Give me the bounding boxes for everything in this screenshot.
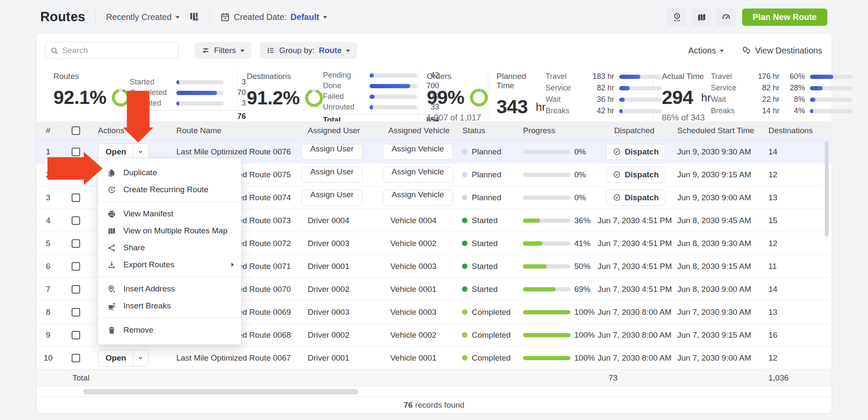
menu-item-view-manifest[interactable]: View Manifest xyxy=(98,205,241,222)
menu-item-view-on-multiple-routes-map[interactable]: View on Multiple Routes Map xyxy=(98,222,241,239)
assign-vehicle-button[interactable]: Assign Vehicle xyxy=(383,144,453,160)
progress-percent: 100% xyxy=(574,330,595,340)
progress-percent: 0% xyxy=(574,193,586,202)
vertical-scrollbar[interactable] xyxy=(825,141,829,237)
group-by-dropdown[interactable]: Group by: Route xyxy=(260,42,357,59)
menu-item-create-recurring-route[interactable]: Create Recurring Route xyxy=(98,181,241,198)
time-item-label: Travel xyxy=(545,72,579,81)
stat-list-planned: Travel183 hrService82 hrWait36 hrBreaks4… xyxy=(545,71,662,120)
dispatched-time: Jun 7, 2030 4:51 PM xyxy=(598,216,672,225)
open-route-button[interactable]: Open xyxy=(98,350,149,367)
row-checkbox[interactable] xyxy=(72,308,80,316)
menu-item-label: Insert Address xyxy=(123,284,175,294)
assigned-vehicle: Vehicle 0002 xyxy=(390,330,437,340)
horizontal-scrollbar[interactable] xyxy=(83,389,359,395)
search-box xyxy=(45,42,178,59)
menu-item-insert-breaks[interactable]: Insert Breaks xyxy=(98,297,241,314)
assign-user-button[interactable]: Assign User xyxy=(301,167,362,183)
card-toolbar: Filters Group by: Route Actions xyxy=(45,42,823,59)
destinations-item-label: Done xyxy=(323,81,365,90)
stat-title: Actual Time xyxy=(662,72,711,81)
assign-vehicle-button[interactable]: Assign Vehicle xyxy=(383,167,453,183)
view-destinations-button[interactable]: View Destinations xyxy=(742,46,822,56)
status-label: Started xyxy=(472,239,498,248)
search-input[interactable] xyxy=(62,46,173,55)
time-item-label: Travel xyxy=(711,72,744,81)
row-checkbox[interactable] xyxy=(72,354,80,362)
row-checkbox[interactable] xyxy=(72,216,80,225)
assigned-vehicle: Vehicle 0001 xyxy=(390,353,437,363)
time-item-percent: 8% xyxy=(785,95,805,104)
search-icon xyxy=(50,47,58,55)
menu-item-export-routes[interactable]: Export Routes xyxy=(98,256,241,273)
mini-bar-fill xyxy=(370,84,410,88)
mini-bar xyxy=(176,91,224,95)
destinations-count: 11 xyxy=(761,255,832,277)
calendar-icon xyxy=(220,12,230,22)
assign-vehicle-button[interactable]: Assign Vehicle xyxy=(383,190,453,206)
menu-item-duplicate[interactable]: Duplicate xyxy=(98,164,241,181)
status-label: Planned xyxy=(472,193,501,202)
row-checkbox[interactable] xyxy=(72,148,80,156)
open-route-label: Open xyxy=(98,144,133,160)
assign-user-button[interactable]: Assign User xyxy=(301,144,362,160)
group-by-value: Route xyxy=(319,46,342,55)
submenu-caret-icon xyxy=(231,263,234,267)
status-dot xyxy=(462,218,467,223)
row-checkbox[interactable] xyxy=(72,285,80,294)
actions-dropdown[interactable]: Actions xyxy=(688,46,724,56)
open-route-menu-button[interactable] xyxy=(133,144,148,160)
dispatch-button[interactable]: Dispatch xyxy=(606,167,665,183)
filters-label: Filters xyxy=(214,46,236,55)
dispatch-button[interactable]: Dispatch xyxy=(606,144,665,160)
time-item-value: 14 hr xyxy=(749,106,779,115)
row-checkbox[interactable] xyxy=(72,239,80,248)
dispatched-time: Jun 7, 2030 8:00 AM xyxy=(598,308,671,317)
row-checkbox[interactable] xyxy=(72,193,80,202)
destinations-count: 13 xyxy=(761,301,832,323)
status-dot xyxy=(462,263,467,269)
menu-item-insert-address[interactable]: Insert Address xyxy=(98,280,241,297)
scheduled-start-time: Jun 7, 2030 9:30 AM xyxy=(672,301,761,323)
row-index: 8 xyxy=(36,301,60,323)
menu-item-remove[interactable]: Remove xyxy=(98,322,241,339)
select-all-checkbox[interactable] xyxy=(72,126,80,135)
duplicate-icon xyxy=(107,168,116,177)
menu-item-label: Duplicate xyxy=(123,168,157,177)
dashboard-button[interactable] xyxy=(716,8,736,26)
open-route-menu-button[interactable] xyxy=(133,350,148,366)
filters-button[interactable]: Filters xyxy=(195,42,251,59)
map-view-button[interactable] xyxy=(692,8,712,26)
route-name: Last Mile Optimized Route 0067 xyxy=(166,347,297,369)
dispatch-button[interactable]: Dispatch xyxy=(606,190,665,206)
row-checkbox[interactable] xyxy=(72,262,80,271)
stat-title: Orders xyxy=(427,72,488,81)
progress-percent: 36% xyxy=(574,216,590,225)
sort-dropdown[interactable]: Recently Created xyxy=(106,12,180,22)
progress-bar xyxy=(523,356,570,360)
status-label: Planned xyxy=(472,170,501,179)
row-checkbox[interactable] xyxy=(72,331,80,339)
status-label: Started xyxy=(472,262,498,271)
created-date-filter[interactable]: Created Date: Default xyxy=(220,12,327,22)
assign-user-button[interactable]: Assign User xyxy=(301,190,362,206)
status-label: Started xyxy=(472,285,498,294)
total-destinations: 1,036 xyxy=(761,373,832,383)
assigned-user: Driver 0001 xyxy=(308,262,349,271)
dispatch-label: Dispatch xyxy=(625,170,659,179)
chevron-down-icon xyxy=(137,148,144,155)
dispatched-time: Jun 7, 2030 4:51 PM xyxy=(598,262,672,271)
columns-gear-icon xyxy=(188,11,199,23)
mini-bar-fill xyxy=(619,109,623,113)
status-label: Planned xyxy=(472,147,501,157)
time-item-label: Breaks xyxy=(545,106,579,115)
plan-new-route-button[interactable]: Plan New Route xyxy=(742,8,827,26)
time-item-label: Breaks xyxy=(711,106,744,115)
routes-percent: 92.1% xyxy=(53,87,106,109)
progress-bar-fill xyxy=(523,218,540,223)
column-settings-button[interactable] xyxy=(188,11,199,23)
actions-label: Actions xyxy=(688,46,716,56)
route-tracking-button[interactable] xyxy=(667,8,687,26)
menu-item-share[interactable]: Share xyxy=(98,239,241,256)
assigned-user: Driver 0003 xyxy=(308,239,349,248)
